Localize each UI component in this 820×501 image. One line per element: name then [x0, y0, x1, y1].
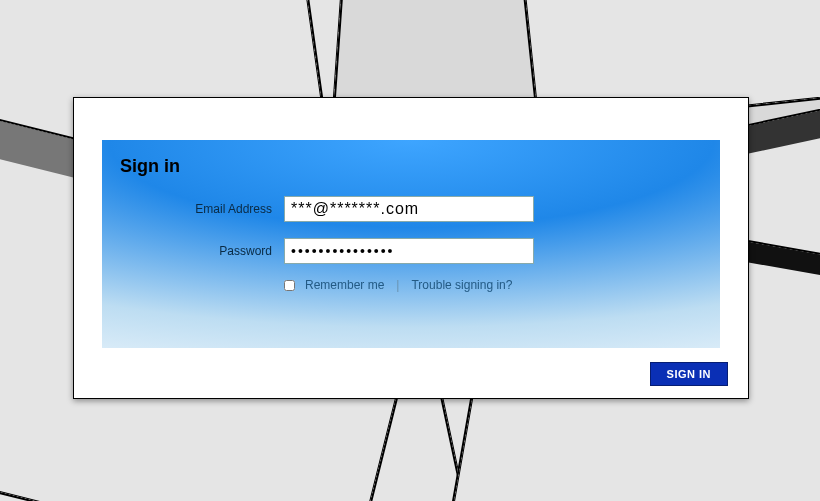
remember-me-label: Remember me: [305, 278, 384, 292]
page-title: Sign in: [120, 156, 180, 177]
password-row: Password: [102, 238, 720, 264]
signin-panel: Sign in Email Address Password Remember …: [102, 140, 720, 348]
trouble-signing-in-link[interactable]: Trouble signing in?: [411, 278, 512, 292]
bg-pane-title: ign in: [0, 0, 300, 17]
password-field[interactable]: [284, 238, 534, 264]
remember-me-checkbox[interactable]: [284, 280, 295, 291]
email-label: Email Address: [102, 202, 284, 216]
options-row: Remember me | Trouble signing in?: [284, 278, 512, 292]
sign-in-button[interactable]: SIGN IN: [650, 362, 728, 386]
email-row: Email Address: [102, 196, 720, 222]
email-field[interactable]: [284, 196, 534, 222]
signin-dialog: Sign in Email Address Password Remember …: [73, 97, 749, 399]
password-label: Password: [102, 244, 284, 258]
separator: |: [396, 278, 399, 292]
